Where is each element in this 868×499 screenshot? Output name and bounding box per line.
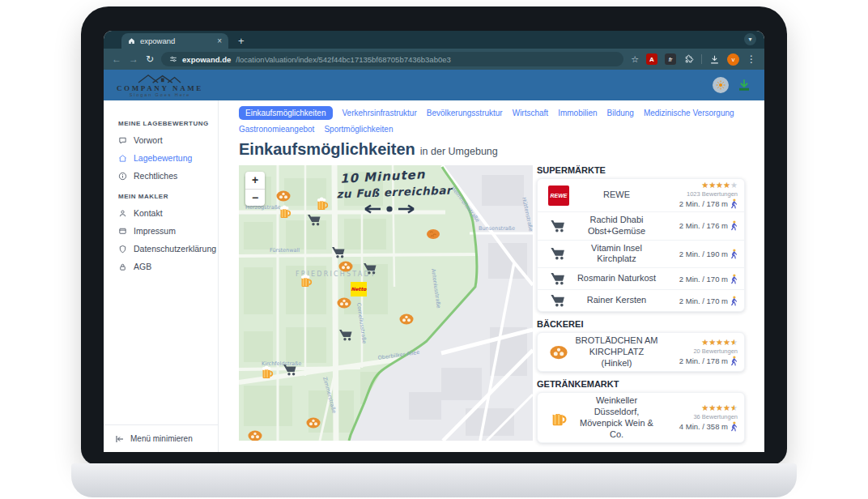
review-count: 1023 Bewertungen (687, 190, 738, 198)
distance-text: 2 Min. / 178 m (679, 356, 728, 365)
sidebar-item-lagebewertung[interactable]: Lagebewertung (104, 149, 218, 167)
sidebar-item-kontakt[interactable]: Kontakt (104, 204, 218, 222)
rewe-logo: REWE (548, 186, 569, 206)
tab-bildung[interactable]: Bildung (607, 109, 634, 117)
tab-verkehrsinfrastruktur[interactable]: Verkehrsinfrastruktur (343, 109, 417, 117)
browser-toolbar: ← → ↻ expowand.de /locationValuation/ind… (104, 49, 764, 70)
distance-text: 2 Min. / 178 m (679, 199, 728, 208)
star-rating: ★★★★★★★★★★ (701, 404, 738, 412)
map-canvas[interactable]: Herzogstraße Fürstenwall Kirchfeldstraße… (239, 165, 533, 441)
tab-close-icon[interactable]: × (217, 36, 222, 45)
pretzel-marker[interactable] (339, 262, 353, 272)
pretzel-marker[interactable] (338, 298, 351, 309)
cart-icon (550, 272, 568, 285)
back-button[interactable]: ← (112, 54, 121, 64)
tab-immobilien[interactable]: Immobilien (558, 109, 597, 117)
map[interactable]: Herzogstraße Fürstenwall Kirchfeldstraße… (239, 165, 533, 441)
page-title-text: Einkaufsmöglichkeiten (239, 140, 415, 158)
browser-window-icon (118, 227, 127, 236)
zoom-in-button[interactable]: + (245, 172, 265, 189)
sidebar-item-label: Lagebewertung (134, 153, 192, 163)
walking-person-icon (730, 249, 738, 259)
download-report-icon[interactable] (737, 78, 751, 92)
pretzel-marker[interactable] (277, 191, 291, 202)
sidebar-minimize-label: Menü minimieren (130, 434, 193, 443)
result-row[interactable]: REWE REWE ★★★★★★★★★★ 1023 Bewertungen 2 … (538, 179, 744, 211)
sidebar-item-agb[interactable]: AGB (104, 258, 218, 275)
result-name: BROTLÄDCHEN AM KIRCHPLATZ (Hinkel) (573, 335, 660, 369)
netto-marker[interactable]: Netto (351, 282, 367, 296)
section-title-supermaerkte: SUPERMÄRKTE (537, 165, 745, 175)
sidebar-item-vorwort[interactable]: Vorwort (104, 131, 218, 149)
result-row[interactable]: Vitamin Insel Kirchplatz 2 Min. / 190 m (538, 240, 744, 268)
lock-icon (118, 262, 127, 271)
walking-person-icon (730, 198, 738, 209)
sidebar-item-label: Kontakt (134, 208, 163, 218)
adobe-acrobat-extension-icon[interactable]: A (646, 53, 657, 65)
map-zoom-control: + − (245, 172, 265, 206)
bakery-card: BROTLÄDCHEN AM KIRCHPLATZ (Hinkel) ★★★★★… (537, 332, 745, 372)
shield-icon (118, 245, 127, 254)
extensions-puzzle-icon[interactable] (683, 54, 694, 65)
tab-medizinische-versorgung[interactable]: Medizinische Versorgung (644, 109, 734, 117)
sidebar-minimize[interactable]: Menü minimieren (104, 424, 218, 452)
star-rating: ★★★★★★★★★★ (701, 339, 738, 347)
site-header: COMPANY NAME Slogan Goes Here (104, 70, 764, 100)
address-bar[interactable]: expowand.de /locationValuation/index/542… (161, 52, 623, 66)
section-title-drogeriemarkt: DROGERIEMARKT (537, 450, 745, 452)
distance-text: 2 Min. / 170 m (679, 296, 728, 305)
sidebar-item-rechtliches[interactable]: Rechtliches (104, 167, 218, 185)
header-actions (713, 77, 751, 93)
pretzel-icon (548, 344, 569, 360)
supermarkets-card: REWE REWE ★★★★★★★★★★ 1023 Bewertungen 2 … (537, 178, 745, 312)
bread-marker[interactable] (427, 229, 440, 239)
pretzel-marker[interactable] (400, 314, 414, 325)
review-count: 36 Bewertungen (693, 413, 738, 420)
sidebar-item-datenschutz[interactable]: Datenschutzerklärung (104, 240, 218, 258)
street-label: Bunsenstraße (479, 225, 515, 232)
tab-wirtschaft[interactable]: Wirtschaft (513, 109, 548, 117)
company-logo[interactable]: COMPANY NAME Slogan Goes Here (117, 73, 203, 97)
result-row[interactable]: Rainer Kersten 2 Min. / 170 m (538, 289, 744, 311)
comment-icon (118, 136, 127, 145)
forward-button[interactable]: → (129, 54, 138, 64)
collapse-left-icon (115, 435, 125, 443)
tab-search-button[interactable]: ▾ (744, 33, 756, 45)
new-tab-button[interactable]: + (238, 36, 245, 46)
site-settings-icon[interactable] (169, 55, 177, 63)
downloads-toolbar-icon[interactable] (709, 54, 720, 65)
cart-icon (550, 294, 568, 307)
tab-title: expowand (140, 36, 212, 45)
results-panel: SUPERMÄRKTE REWE REWE ★★★★★★★★★★ 1023 Be… (537, 165, 745, 452)
tab-sportmoeglichkeiten[interactable]: Sportmöglichkeiten (324, 125, 393, 134)
home-icon (118, 154, 127, 163)
result-row[interactable]: Weinkeller Düsseldorf, Mövenpick Wein & … (538, 393, 744, 442)
bookmark-star-icon[interactable]: ☆ (631, 54, 639, 65)
zoom-out-button[interactable]: − (245, 189, 265, 206)
browser-tab-strip: expowand × + ▾ (104, 31, 764, 49)
result-row[interactable]: Rachid Dhabi Obst+Gemüse 2 Min. / 176 m (538, 211, 744, 240)
reload-button[interactable]: ↻ (146, 54, 154, 64)
profile-avatar[interactable]: v (727, 53, 739, 66)
sidebar-item-impressum[interactable]: Impressum (104, 222, 218, 240)
main-content: Einkaufsmöglichkeiten Verkehrsinfrastruk… (219, 100, 764, 452)
result-name: Rainer Kersten (573, 295, 660, 306)
browser-tab[interactable]: expowand × (121, 33, 228, 49)
distance-text: 4 Min. / 358 m (679, 422, 728, 431)
result-row[interactable]: BROTLÄDCHEN AM KIRCHPLATZ (Hinkel) ★★★★★… (538, 333, 744, 371)
browser-window: expowand × + ▾ ← → ↻ expowand.de (104, 31, 764, 452)
star-rating: ★★★★★★★★★★ (701, 181, 738, 190)
sidebar-item-label: AGB (134, 262, 151, 271)
sidebar-section-title: MEIN MAKLER (118, 193, 218, 200)
sidebar-section-title: MEINE LAGEBEWERTUNG (118, 120, 218, 127)
pretzel-marker[interactable] (249, 431, 262, 441)
pretzel-marker[interactable] (307, 418, 321, 429)
tab-bevoelkerungsstruktur[interactable]: Bevölkerungsstruktur (427, 109, 503, 117)
tab-einkaufsmoeglichkeiten[interactable]: Einkaufsmöglichkeiten (239, 106, 333, 120)
screenshot-canvas: expowand × + ▾ ← → ↻ expowand.de (0, 0, 868, 499)
result-row[interactable]: Rosmarin Naturkost 2 Min. / 170 m (538, 267, 744, 289)
browser-menu-icon[interactable]: ⋮ (747, 53, 756, 65)
fr-extension-icon[interactable]: fr (665, 53, 676, 65)
tab-gastronomieangebot[interactable]: Gastronomieangebot (239, 125, 314, 134)
street-label: Fürstenwall (270, 247, 300, 254)
